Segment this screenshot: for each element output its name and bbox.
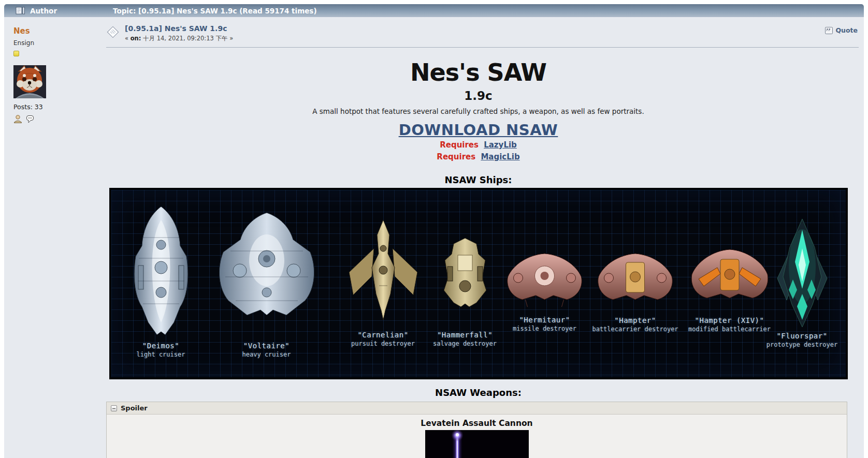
posts-count: Posts: 33: [13, 103, 102, 111]
topic-post-icon: [106, 25, 120, 41]
poster-name-link[interactable]: Nes: [13, 26, 30, 36]
requires-label: Requires: [440, 140, 479, 150]
ship-hampter: [595, 251, 675, 318]
topic-title-bar: Author Topic: [0.95.1a] Nes's SAW 1.9c (…: [4, 4, 864, 17]
post-date: « on: 十月 14, 2021, 09:20:13 下午 »: [125, 35, 233, 42]
ship-hermitaur: [504, 251, 585, 318]
ship-label-hammerfall: "Hammerfall" salvage destroyer: [433, 331, 497, 347]
avatar: [13, 65, 46, 98]
collapse-minus-icon[interactable]: [111, 405, 117, 411]
ship-carnelian: [343, 218, 424, 324]
ship-deimos: [127, 204, 195, 340]
quote-label: Quote: [835, 26, 858, 34]
date-on-label: on:: [131, 35, 141, 42]
requires-line-lazylib: Requires LazyLib: [106, 140, 850, 151]
quote-button[interactable]: Quote: [825, 26, 858, 34]
message-icon[interactable]: [26, 114, 34, 123]
ship-label-fluorspar: "Fluorspar" prototype destroyer: [766, 332, 837, 348]
ship-fluorspar: [773, 217, 831, 331]
post-header: [0.95.1a] Nes's SAW 1.9c « on: 十月 14, 20…: [106, 17, 859, 48]
post-title-block: [0.95.1a] Nes's SAW 1.9c « on: 十月 14, 20…: [125, 24, 233, 42]
author-column-header: Author: [30, 7, 113, 15]
post-title-link[interactable]: [0.95.1a] Nes's SAW 1.9c: [125, 24, 233, 33]
ships-heading: NSAW Ships:: [106, 174, 850, 185]
ship-hammerfall: [436, 237, 494, 317]
mod-description: A small hotpot that features several car…: [106, 107, 850, 115]
lazylib-link[interactable]: LazyLib: [484, 140, 517, 150]
download-nsaw-link[interactable]: DOWNLOAD NSAW: [399, 121, 558, 139]
ships-image-panel: "Deimos" light cruiser "Voltaire" heavy …: [109, 188, 848, 379]
ship-label-hampter: "Hampter" battlecarrier destroyer: [592, 316, 678, 333]
forum-page: Author Topic: [0.95.1a] Nes's SAW 1.9c (…: [4, 4, 864, 458]
weapons-heading: NSAW Weapons:: [106, 387, 850, 398]
membergroup-star-badge: [13, 51, 19, 56]
spoiler-label: Spoiler: [121, 404, 148, 412]
ship-label-hermitaur: "Hermitaur" missile destroyer: [513, 316, 576, 332]
ship-label-carnelian: "Carnelian" pursuit destroyer: [351, 331, 415, 347]
topic-pages-icon: [16, 7, 25, 14]
post-row: Nes Ensign Posts: 33: [4, 17, 864, 458]
weapon-title: Levatein Assault Cannon: [107, 419, 847, 428]
mod-version: 1.9c: [106, 89, 850, 102]
spoiler-header[interactable]: Spoiler: [107, 402, 847, 415]
requires-line-magiclib: Requires MagicLib: [106, 152, 850, 162]
ship-voltaire: [210, 210, 324, 326]
quote-icon: [825, 27, 833, 34]
mod-title: Nes's SAW: [106, 58, 850, 86]
ship-hampter-xiv: [688, 247, 771, 317]
post-area: [0.95.1a] Nes's SAW 1.9c « on: 十月 14, 20…: [102, 17, 864, 458]
poster-rank: Ensign: [13, 39, 102, 47]
requires-label: Requires: [437, 152, 475, 161]
post-body: Nes's SAW 1.9c A small hotpot that featu…: [106, 58, 859, 458]
view-profile-icon[interactable]: [13, 114, 22, 123]
ship-label-deimos: "Deimos" light cruiser: [137, 342, 185, 358]
spoiler-box: Spoiler Levatein Assault Cannon: [106, 402, 847, 458]
ship-label-hampter-xiv: "Hampter (XIV)" modified battlecarrier: [688, 316, 771, 333]
magiclib-link[interactable]: MagicLib: [481, 152, 519, 161]
spoiler-content: Levatein Assault Cannon: [107, 415, 847, 458]
ship-label-voltaire: "Voltaire" heavy cruiser: [242, 342, 291, 358]
weapon-beam-image: [425, 430, 529, 458]
topic-header-text: Topic: [0.95.1a] Nes's SAW 1.9c (Read 59…: [113, 7, 317, 15]
poster-column: Nes Ensign Posts: 33: [4, 17, 102, 458]
